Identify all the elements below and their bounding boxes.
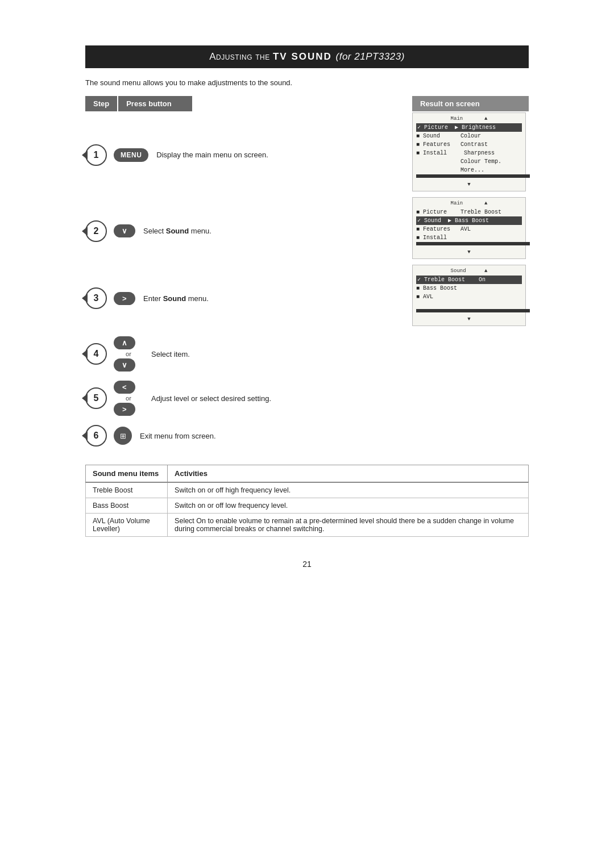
screen-1-row-5: Colour Temp. bbox=[416, 157, 522, 166]
screen-3-row-1: ✓ Treble Boost On bbox=[416, 276, 522, 284]
screen-3-row-3: ■ AVL bbox=[416, 293, 522, 301]
step-4-screen bbox=[406, 332, 529, 376]
step-2-button: ∨ bbox=[114, 224, 135, 237]
page-number: 21 bbox=[85, 560, 529, 569]
step-6-left: 6 ⊞ Exit menu from screen. bbox=[85, 420, 406, 451]
step-4-num-wrap: 4 bbox=[85, 343, 114, 365]
header-press-label: Press button bbox=[118, 96, 192, 111]
sound-item-2-name: Bass Boost bbox=[86, 498, 168, 514]
step-6-screen bbox=[406, 420, 529, 451]
sound-item-2-activity: Switch on or off low frequency level. bbox=[168, 498, 529, 514]
step-2-num-wrap: 2 bbox=[85, 220, 114, 242]
screen-3-spacer bbox=[416, 301, 522, 309]
step-1-button: MENU bbox=[114, 148, 148, 162]
sound-item-1-activity: Switch on or off high frequency level. bbox=[168, 482, 529, 498]
step-3-num-wrap: 3 bbox=[85, 287, 114, 309]
screen-1-divider bbox=[416, 174, 530, 178]
header-left: Step Press button bbox=[85, 96, 406, 111]
screen-2: Main ▲ ■ Picture Treble Boost ✓ Sound ▶ … bbox=[412, 197, 526, 259]
step-2-row: 2 ∨ Select Sound menu. Main ▲ ■ Picture … bbox=[85, 197, 529, 265]
header-step-label: Step bbox=[85, 96, 117, 111]
step-5-button-left: < bbox=[114, 381, 135, 394]
screen-1-down-arrow: ▼ bbox=[416, 181, 522, 189]
step-1-row: 1 MENU Display the main menu on screen. … bbox=[85, 112, 529, 197]
step-4-row: 4 ∧ or ∨ Select item. bbox=[85, 332, 529, 376]
step-4-desc: Select item. bbox=[151, 350, 406, 358]
step-1-desc: Display the main menu on screen. bbox=[156, 151, 406, 159]
step-5-row: 5 < or > Adjust level or select desired … bbox=[85, 376, 529, 420]
screen-1-row-4: ■ Install Sharpness bbox=[416, 149, 522, 157]
step-6-button: ⊞ bbox=[114, 427, 132, 445]
screen-1-row-1: ✓ Picture ▶ Brightness bbox=[416, 123, 522, 132]
screen-1-up-arrow: Main ▲ bbox=[416, 115, 522, 123]
title-prefix: Adjusting the bbox=[209, 51, 270, 62]
step-6-num-wrap: 6 bbox=[85, 425, 114, 446]
step-1-left: 1 MENU Display the main menu on screen. bbox=[85, 112, 406, 197]
step-4-button-down: ∨ bbox=[114, 358, 135, 372]
screen-1-row-6: More... bbox=[416, 166, 522, 174]
table-row: AVL (Auto Volume Leveller) Select On to … bbox=[86, 514, 529, 537]
title-bar: Adjusting the TV Sound (for 21PT3323) bbox=[85, 45, 529, 68]
sound-item-3-name: AVL (Auto Volume Leveller) bbox=[86, 514, 168, 537]
step-3-row: 3 > Enter Sound menu. Sound ▲ ✓ Treble B… bbox=[85, 265, 529, 332]
screen-3-row-2: ■ Bass Boost bbox=[416, 284, 522, 293]
screen-1-row-2: ■ Sound Colour bbox=[416, 132, 522, 140]
screen-2-row-3: ■ Features AVL bbox=[416, 225, 522, 233]
title-text: Adjusting the TV Sound (for 21PT3323) bbox=[209, 51, 405, 62]
table-row: Bass Boost Switch on or off low frequenc… bbox=[86, 498, 529, 514]
step-4-buttons: ∧ or ∨ bbox=[114, 336, 143, 372]
step-5-or: or bbox=[126, 395, 131, 402]
step-5-buttons: < or > bbox=[114, 381, 143, 416]
sound-menu-table: Sound menu items Activities Treble Boost… bbox=[85, 465, 529, 537]
step-5-screen bbox=[406, 376, 529, 420]
step-1-number: 1 bbox=[85, 144, 107, 166]
subtitle: The sound menu allows you to make adjust… bbox=[85, 78, 529, 87]
sound-table-header-activities: Activities bbox=[168, 465, 529, 483]
step-5-num-wrap: 5 bbox=[85, 387, 114, 409]
sound-item-1-name: Treble Boost bbox=[86, 482, 168, 498]
step-3-number: 3 bbox=[85, 287, 107, 309]
step-2-screen: Main ▲ ■ Picture Treble Boost ✓ Sound ▶ … bbox=[406, 197, 529, 265]
step-1-screen: Main ▲ ✓ Picture ▶ Brightness ■ Sound Co… bbox=[406, 112, 529, 197]
title-suffix: (for 21PT3323) bbox=[336, 51, 405, 62]
steps-header-row: Step Press button Result on screen bbox=[85, 96, 529, 111]
step-5-button-right: > bbox=[114, 403, 135, 416]
screen-3-up-arrow: Sound ▲ bbox=[416, 268, 522, 276]
screen-3: Sound ▲ ✓ Treble Boost On ■ Bass Boost ■… bbox=[412, 265, 526, 326]
screen-1: Main ▲ ✓ Picture ▶ Brightness ■ Sound Co… bbox=[412, 112, 526, 191]
step-2-number: 2 bbox=[85, 220, 107, 242]
sound-table-header-items: Sound menu items bbox=[86, 465, 168, 483]
screen-2-row-4: ■ Install bbox=[416, 233, 522, 242]
step-5-left: 5 < or > Adjust level or select desired … bbox=[85, 376, 406, 420]
step-6-number: 6 bbox=[85, 425, 107, 446]
step-2-desc: Select Sound menu. bbox=[143, 227, 406, 235]
step-4-or: or bbox=[126, 350, 131, 357]
screen-2-row-2: ✓ Sound ▶ Bass Boost bbox=[416, 216, 522, 225]
header-result-label: Result on screen bbox=[412, 96, 529, 111]
step-3-desc: Enter Sound menu. bbox=[143, 294, 406, 303]
title-main: TV Sound bbox=[273, 51, 336, 62]
step-3-left: 3 > Enter Sound menu. bbox=[85, 265, 406, 332]
header-result-section: Result on screen bbox=[406, 96, 529, 111]
step-4-left: 4 ∧ or ∨ Select item. bbox=[85, 332, 406, 376]
table-row: Treble Boost Switch on or off high frequ… bbox=[86, 482, 529, 498]
screen-3-down-arrow: ▼ bbox=[416, 316, 522, 324]
screen-2-down-arrow: ▼ bbox=[416, 249, 522, 257]
screen-3-divider bbox=[416, 309, 530, 312]
step-4-button-up: ∧ bbox=[114, 336, 135, 349]
screen-2-row-1: ■ Picture Treble Boost bbox=[416, 208, 522, 216]
screen-1-row-3: ■ Features Contrast bbox=[416, 140, 522, 149]
step-6-desc: Exit menu from screen. bbox=[140, 432, 406, 440]
step-3-button: > bbox=[114, 292, 135, 305]
step-2-left: 2 ∨ Select Sound menu. bbox=[85, 197, 406, 265]
screen-2-divider bbox=[416, 242, 530, 245]
step-4-number: 4 bbox=[85, 343, 107, 365]
step-6-row: 6 ⊞ Exit menu from screen. bbox=[85, 420, 529, 451]
step-1-num-wrap: 1 bbox=[85, 144, 114, 166]
screen-2-up-arrow: Main ▲ bbox=[416, 200, 522, 208]
step-5-desc: Adjust level or select desired setting. bbox=[151, 394, 406, 403]
page-content: Adjusting the TV Sound (for 21PT3323) Th… bbox=[85, 45, 529, 569]
step-3-screen: Sound ▲ ✓ Treble Boost On ■ Bass Boost ■… bbox=[406, 265, 529, 332]
step-5-number: 5 bbox=[85, 387, 107, 409]
sound-item-3-activity: Select On to enable volume to remain at … bbox=[168, 514, 529, 537]
